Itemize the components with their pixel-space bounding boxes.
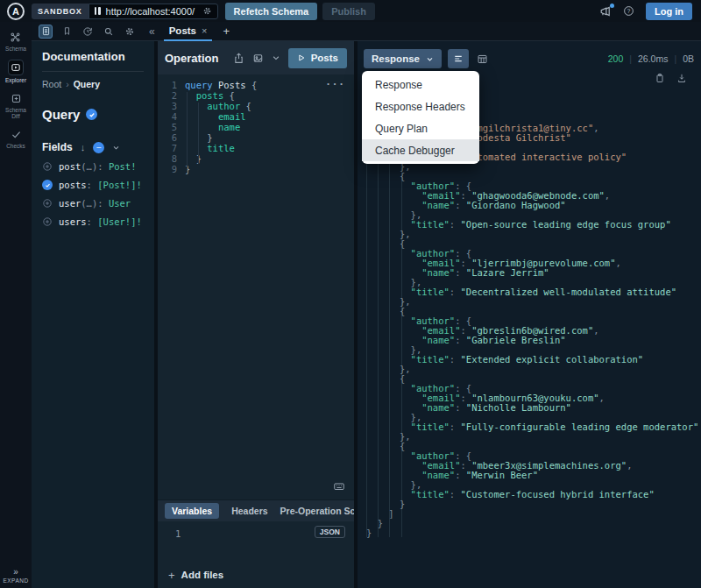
history-icon[interactable] (81, 25, 95, 39)
response-view-selector[interactable]: Response (364, 49, 442, 68)
tab-posts[interactable]: Posts × (164, 22, 213, 41)
close-tab-icon[interactable]: × (202, 25, 207, 36)
variables-gutter-line: 1 (175, 528, 181, 539)
sidebar-item-checks[interactable]: Checks (6, 127, 25, 149)
documentation-panel: Documentation Root › Query Query (32, 41, 154, 588)
editor-tab-pre-operation-script[interactable]: Pre-Operation Script (280, 506, 354, 516)
publish-button[interactable]: Publish (322, 3, 375, 20)
response-status: 200 | 26.0ms | 0B (608, 53, 694, 64)
json-line: } (366, 528, 701, 538)
explorer-toolbar: « Posts × + (32, 22, 701, 41)
breadcrumb-current[interactable]: Query (74, 79, 100, 89)
save-operation-icon[interactable] (252, 53, 264, 64)
field-row-posts[interactable]: posts: [Post!]! (42, 180, 144, 190)
json-line: "title": "Open-source leading edge focus… (366, 220, 701, 230)
login-button[interactable]: Log in (646, 3, 692, 20)
response-view-menu: ResponseResponse HeadersQuery PlanCache … (362, 71, 479, 164)
field-add-icon[interactable] (42, 161, 53, 172)
checkmark-icon (9, 127, 23, 141)
variables-editor[interactable]: 1 JSON (158, 521, 354, 562)
play-icon (297, 53, 306, 62)
breadcrumb: Root › Query (42, 79, 144, 89)
field-row-post[interactable]: post(…): Post! (42, 161, 144, 172)
editor-tab-headers[interactable]: Headers (231, 506, 267, 516)
table-view-icon[interactable] (477, 53, 488, 65)
chevron-right-icon: › (66, 79, 69, 89)
json-line: } (366, 499, 701, 509)
type-title: Query (42, 107, 80, 122)
refetch-schema-button[interactable]: Refetch Schema (225, 3, 318, 20)
schema-diff-icon (9, 91, 23, 105)
editor-tab-variables[interactable]: Variables (165, 503, 219, 519)
settings-gear-icon[interactable] (123, 25, 137, 39)
announcements-megaphone-icon[interactable] (599, 5, 612, 18)
svg-text:?: ? (627, 8, 631, 14)
add-files-button[interactable]: + Add files (158, 562, 354, 588)
operation-editor[interactable]: 1query Posts {2 posts {3 author {4 email… (158, 74, 354, 499)
format-response-icon[interactable] (448, 49, 469, 68)
json-line: "title": "Customer-focused hybrid interf… (366, 490, 701, 499)
sidebar-item-schema-diff[interactable]: Schema Diff (3, 91, 29, 119)
json-line: "title": "Extended explicit collaboratio… (366, 355, 701, 365)
field-row-user[interactable]: user(…): User (42, 198, 144, 209)
menu-item-response[interactable]: Response (362, 74, 479, 96)
field-row-users[interactable]: users: [User!]! (42, 216, 144, 227)
keyboard-shortcuts-icon[interactable] (333, 480, 345, 492)
operation-panel: Operation (158, 41, 354, 588)
fields-list: post(…): Post!posts: [Post!]!user(…): Us… (42, 161, 144, 227)
run-operation-button[interactable]: Posts (288, 48, 347, 68)
filter-minus-icon[interactable]: – (93, 142, 104, 153)
type-selected-check-icon[interactable] (86, 109, 97, 120)
bookmark-icon[interactable] (60, 25, 74, 39)
menu-item-query-plan[interactable]: Query Plan (362, 117, 479, 139)
json-mode-badge[interactable]: JSON (315, 526, 345, 538)
json-line: ] (366, 509, 701, 519)
document-icon[interactable] (39, 25, 53, 39)
search-icon[interactable] (102, 25, 116, 39)
sidebar-item-explorer[interactable]: Explorer (5, 60, 26, 83)
json-line: "title": "Decentralized well-modulated a… (366, 287, 701, 297)
status-time: 26.0ms (638, 53, 668, 64)
endpoint-url-input[interactable]: http://localhost:4000/ (89, 4, 218, 19)
sandbox-env-badge: SANDBOX (32, 4, 89, 19)
json-line: } (366, 519, 701, 528)
explorer-icon (8, 60, 24, 75)
operation-header: Operation (158, 41, 354, 74)
field-checked-icon[interactable] (42, 180, 53, 190)
status-code: 200 (608, 53, 624, 64)
chevron-down-icon[interactable] (272, 53, 280, 62)
new-tab-button[interactable]: + (223, 25, 230, 38)
json-line: "title": "Fully-configurable leading edg… (366, 422, 701, 432)
chevron-down-icon (426, 55, 434, 63)
json-line: }, (366, 297, 701, 307)
menu-item-cache-debugger[interactable]: Cache Debugger (362, 139, 479, 161)
left-nav-rail: Schema Explorer Schema Diff Checks (0, 22, 32, 588)
plus-icon: + (168, 569, 175, 582)
chevrons-right-icon: » (13, 568, 18, 577)
collapse-panel-icon[interactable]: « (149, 25, 155, 38)
apollo-logo[interactable]: A (0, 3, 32, 20)
expand-sidebar-button[interactable]: » EXPAND (3, 568, 28, 584)
json-line: }, (366, 365, 701, 374)
share-operation-icon[interactable] (233, 53, 244, 64)
chevron-down-icon[interactable] (112, 144, 120, 152)
help-icon[interactable]: ? (623, 5, 634, 17)
top-bar: A SANDBOX http://localhost:4000/ Refetch… (0, 0, 701, 22)
apollo-sandbox-app: A SANDBOX http://localhost:4000/ Refetch… (0, 0, 701, 588)
field-add-icon[interactable] (42, 198, 53, 209)
breadcrumb-root[interactable]: Root (42, 79, 61, 89)
sort-icon[interactable]: ↓ (81, 142, 86, 152)
menu-item-response-headers[interactable]: Response Headers (362, 96, 479, 117)
endpoint-settings-gear-icon[interactable] (202, 6, 212, 16)
endpoint-url-value: http://localhost:4000/ (106, 6, 197, 17)
operation-title: Operation (165, 52, 218, 65)
json-line: }, (366, 230, 701, 239)
field-add-icon[interactable] (42, 216, 53, 227)
status-size: 0B (683, 53, 694, 64)
editor-tabs: VariablesHeadersPre-Operation ScriptPost… (158, 499, 354, 521)
pause-polling-icon[interactable] (95, 7, 101, 15)
sidebar-item-schema[interactable]: Schema (5, 30, 26, 52)
kebab-menu-icon[interactable]: ··· (325, 80, 345, 90)
fields-heading: Fields (42, 141, 73, 153)
json-line: }, (366, 432, 701, 442)
